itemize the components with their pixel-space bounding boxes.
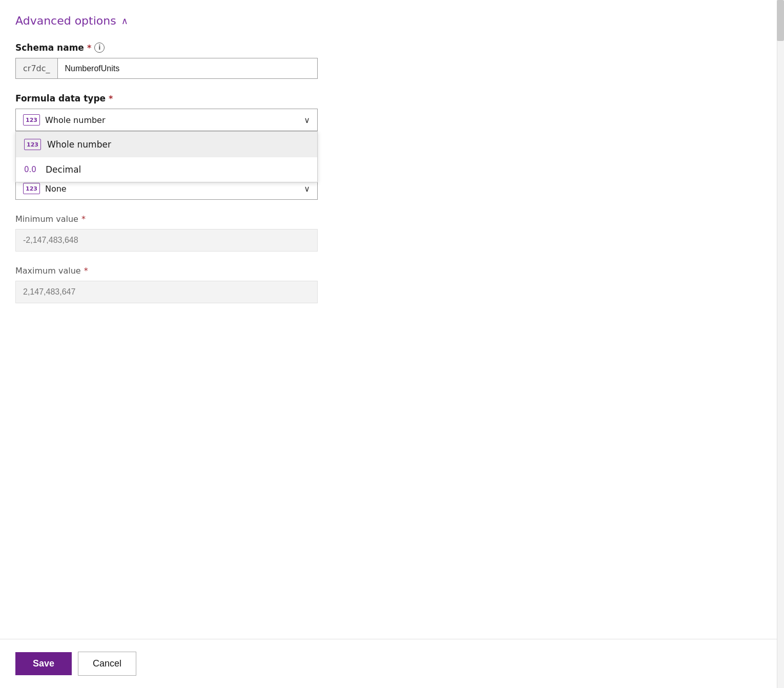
schema-name-required: * [87,43,91,53]
save-button[interactable]: Save [15,652,72,675]
schema-name-label: Schema name * i [15,43,764,53]
schema-name-input-wrapper: cr7dc_ [15,58,318,79]
schema-name-input[interactable] [58,58,317,78]
maximum-value-section: Maximum value * [15,266,764,303]
minimum-value-label: Minimum value * [15,214,764,224]
formula-data-type-value: Whole number [45,115,299,125]
whole-number-label: Whole number [47,139,111,150]
dropdown-option-decimal[interactable]: 0.0 Decimal [16,157,317,182]
decimal-label: Decimal [46,164,81,175]
formula-data-type-required: * [109,94,113,103]
format-icon: 123 [23,183,40,194]
chevron-up-icon: ∧ [121,16,128,26]
formula-data-type-icon: 123 [23,114,40,126]
schema-prefix: cr7dc_ [16,58,58,78]
cancel-button[interactable]: Cancel [78,652,136,676]
scrollbar-track[interactable] [777,0,784,688]
minimum-value-required: * [81,214,86,224]
formula-data-type-label: Formula data type * [15,93,764,103]
schema-name-section: Schema name * i cr7dc_ [15,43,764,79]
formula-data-type-section: Formula data type * 123 Whole number ∨ 1… [15,93,764,131]
scrollbar-thumb[interactable] [777,0,784,41]
maximum-value-input[interactable] [15,281,318,303]
advanced-options-header[interactable]: Advanced options ∧ [15,14,764,27]
minimum-value-section: Minimum value * [15,214,764,252]
schema-name-info-icon[interactable]: i [94,43,105,53]
format-chevron: ∨ [304,184,310,194]
decimal-icon: 0.0 [24,165,39,174]
advanced-options-label: Advanced options [15,14,116,27]
formula-data-type-menu: 123 Whole number 0.0 Decimal [15,131,318,182]
formula-data-type-chevron: ∨ [304,115,310,125]
formula-data-type-dropdown-wrapper: 123 Whole number ∨ 123 Whole number 0.0 … [15,109,318,131]
minimum-value-input[interactable] [15,229,318,252]
format-value: None [45,184,299,194]
bottom-bar: Save Cancel [0,639,777,688]
dropdown-option-whole-number[interactable]: 123 Whole number [16,132,317,157]
maximum-value-label: Maximum value * [15,266,764,276]
main-container: Advanced options ∧ Schema name * i cr7dc… [0,0,784,688]
maximum-value-required: * [84,266,88,276]
whole-number-icon: 123 [24,139,41,150]
formula-data-type-dropdown[interactable]: 123 Whole number ∨ [15,109,318,131]
